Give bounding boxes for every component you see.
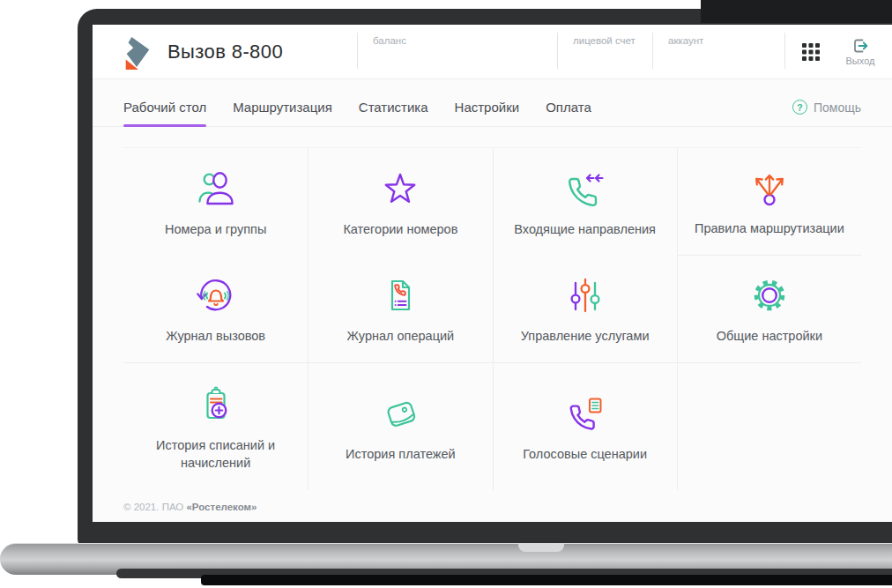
logout-button[interactable]: Выход [846,37,875,66]
brand: Вызов 8-800 [93,25,357,78]
help-link[interactable]: ? Помощь [792,100,861,115]
tile-label: Входящие направления [514,220,656,238]
laptop-hinge-notch [518,544,564,552]
question-circle-icon: ? [792,100,807,115]
tile-label: Категории номеров [343,220,457,238]
sliders-icon [563,272,607,318]
tile-service-management[interactable]: Управление услугами [493,256,677,363]
tab-payment[interactable]: Оплата [546,88,591,126]
incoming-call-icon [563,166,607,212]
balance-label: баланс [373,35,557,46]
bell-refresh-icon [194,272,238,318]
logout-label: Выход [846,56,875,66]
help-label: Помощь [814,100,861,115]
tile-payment-history[interactable]: История платежей [308,363,492,490]
copyright-brand: «Ростелеком» [186,502,256,512]
nav-tabs: Рабочий стол Маршрутизация Статистика На… [123,88,591,126]
laptop-lid-strip [701,0,892,23]
tile-label: Номера и группы [165,220,266,238]
tile-label: История списаний и начислений [143,436,288,473]
tile-label: Журнал вызовов [166,327,265,345]
tile-label: Общие настройки [717,327,822,345]
dashboard-grid: Номера и группы Категории номеров [123,147,861,490]
tile-voice-scenarios[interactable]: Голосовые сценарии [493,363,677,490]
users-icon [194,166,238,212]
app-title: Вызов 8-800 [167,41,283,63]
voice-script-icon [563,391,607,436]
tile-call-log[interactable]: Журнал вызовов [123,256,308,363]
star-icon [378,166,422,212]
app-window: Вызов 8-800 баланс лицевой счет аккаунт [93,25,892,522]
rostelecom-flag-icon [121,33,154,71]
header-bar: Вызов 8-800 баланс лицевой счет аккаунт [93,25,892,79]
tab-desktop[interactable]: Рабочий стол [123,88,206,126]
tile-incoming-directions[interactable]: Входящие направления [493,148,677,256]
header-actions: Выход [784,25,892,78]
laptop-screen: Вызов 8-800 баланс лицевой счет аккаунт [93,25,892,522]
tile-operations-log[interactable]: Журнал операций [308,256,492,363]
tile-label: Журнал операций [347,327,455,345]
tile-label: Управление услугами [521,327,650,345]
account-field: аккаунт [652,25,784,78]
tile-label: История платежей [346,445,456,463]
tab-routing[interactable]: Маршрутизация [233,88,332,126]
footer-copyright: © 2021. ПАО «Ростелеком» [123,502,861,512]
copyright-text: © 2021. ПАО [123,502,186,512]
apps-grid-icon[interactable] [802,43,820,61]
tile-number-categories[interactable]: Категории номеров [308,148,492,256]
call-document-icon [378,272,422,318]
tile-charges-history[interactable]: История списаний и начислений [123,363,308,490]
account-label: аккаунт [668,35,784,46]
tile-label: Голосовые сценарии [523,445,647,463]
laptop-mockup: Вызов 8-800 баланс лицевой счет аккаунт [0,0,892,588]
nav-bar: Рабочий стол Маршрутизация Статистика На… [93,88,892,127]
tile-numbers-and-groups[interactable]: Номера и группы [123,148,308,256]
gear-icon [747,272,792,318]
tile-general-settings[interactable]: Общие настройки [677,256,861,363]
tab-settings[interactable]: Настройки [455,88,520,126]
wallet-icon [378,391,422,436]
clipboard-plus-icon [194,382,238,428]
tile-label: Правила маршрутизации [695,220,844,237]
personal-account-field: лицевой счет [557,25,652,78]
tile-empty [677,363,861,490]
balance-field: баланс [357,25,557,78]
routing-arrows-icon [747,165,792,211]
tab-statistics[interactable]: Статистика [359,88,428,126]
tile-routing-rules[interactable]: Правила маршрутизации [677,148,861,256]
personal-account-label: лицевой счет [573,35,652,46]
logout-icon [851,37,869,55]
laptop-base-shadow [201,575,892,585]
